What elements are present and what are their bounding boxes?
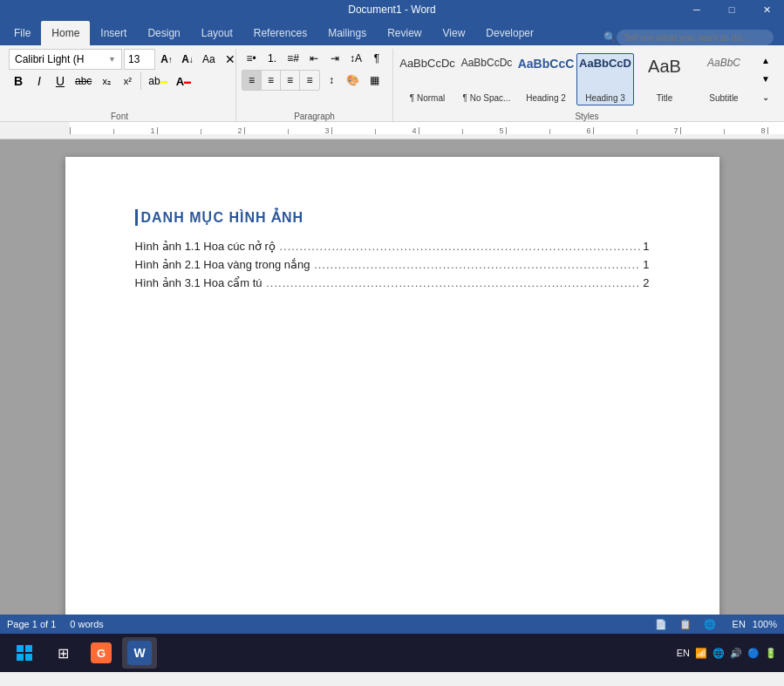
svg-rect-15 [724, 129, 725, 134]
word-icon: W [127, 641, 152, 665]
styles-group-label: Styles [399, 109, 775, 121]
decrease-font-button[interactable]: A↓ [178, 50, 197, 69]
tray-power-icon: 🔋 [765, 648, 777, 659]
taskbar-system-tray: EN 📶 🌐 🔊 🔵 🔋 [677, 648, 777, 659]
bullets-button[interactable]: ≡• [242, 49, 261, 68]
toc-entry-2-text: Hình ảnh 2.1 Hoa vàng trong nắng [135, 258, 310, 271]
paragraph-group: ≡• 1. ≡# ⇤ ⇥ ↕A ¶ ≡ ≡ ≡ ≡ ↕ 🎨 ▦ Paragra [236, 49, 393, 121]
strikethrough-button[interactable]: abc [72, 71, 95, 91]
toc-title: DANH MỤC HÌNH ẢNH [135, 209, 650, 226]
style-h3-name: Heading 3 [585, 93, 625, 103]
search-input[interactable] [617, 30, 774, 45]
svg-text:7: 7 [673, 126, 678, 135]
taskbar-task-view-button[interactable]: ⊞ [45, 637, 80, 669]
sort-button[interactable]: ↕A [346, 49, 365, 68]
tab-design[interactable]: Design [137, 21, 190, 45]
highlight-button[interactable]: ab▬ [145, 71, 170, 91]
style-title-name: Title [657, 93, 673, 103]
svg-rect-25 [17, 645, 24, 652]
svg-text:4: 4 [412, 126, 416, 135]
multilevel-button[interactable]: ≡# [283, 49, 303, 68]
justify-button[interactable]: ≡ [300, 71, 319, 90]
font-color-button[interactable]: A▬ [173, 71, 194, 91]
styles-group: AaBbCcDc ¶ Normal AaBbCcDc ¶ No Spac... … [393, 49, 781, 121]
tab-layout[interactable]: Layout [191, 21, 243, 45]
svg-rect-26 [25, 645, 32, 652]
style-title[interactable]: AaB Title [636, 53, 693, 105]
style-h2-preview: AaBbCcC [518, 57, 575, 71]
windows-icon [16, 644, 33, 662]
style-heading2[interactable]: AaBbCcC Heading 2 [517, 53, 575, 105]
styles-scroll-down[interactable]: ▼ [756, 71, 775, 87]
style-normal[interactable]: AaBbCcDc ¶ Normal [399, 53, 456, 105]
language-indicator: EN [733, 619, 746, 629]
tab-home[interactable]: Home [41, 21, 90, 45]
tab-mailings[interactable]: Mailings [317, 21, 377, 45]
task-view-icon: ⊞ [58, 645, 69, 662]
style-heading3[interactable]: AaBbCcD Heading 3 [576, 53, 634, 105]
tab-file[interactable]: File [3, 21, 41, 45]
font-size-selector[interactable]: 13 [124, 49, 155, 70]
font-name-selector[interactable]: Calibri Light (H ▼ [9, 49, 122, 70]
tab-references[interactable]: References [243, 21, 317, 45]
ruler: 1 2 3 4 5 6 7 8 [0, 122, 784, 139]
show-marks-button[interactable]: ¶ [367, 49, 386, 68]
align-center-button[interactable]: ≡ [262, 71, 281, 90]
align-right-button[interactable]: ≡ [281, 71, 300, 90]
tray-network-icon: 🌐 [712, 648, 725, 659]
underline-button[interactable]: U [51, 71, 70, 91]
increase-font-button[interactable]: A↑ [157, 50, 176, 69]
decrease-indent-button[interactable]: ⇤ [304, 49, 324, 68]
status-bar: Page 1 of 1 0 words 📄 📋 🌐 EN 100% [0, 615, 784, 634]
print-view-button[interactable]: 📋 [677, 617, 694, 631]
tab-view[interactable]: View [433, 21, 476, 45]
svg-rect-2 [157, 127, 158, 134]
line-spacing-button[interactable]: ↕ [322, 71, 341, 90]
italic-button[interactable]: I [30, 71, 49, 91]
separator1 [140, 72, 141, 90]
subscript-button[interactable]: x₂ [97, 71, 116, 91]
style-subtitle-name: Subtitle [709, 93, 738, 103]
svg-rect-27 [17, 654, 24, 661]
toc-entry-2-page: 1 [640, 258, 650, 271]
svg-rect-6 [331, 127, 332, 134]
taskbar-grammarly-button[interactable]: G [84, 637, 119, 669]
read-view-button[interactable]: 📄 [652, 617, 670, 631]
tab-review[interactable]: Review [377, 21, 432, 45]
tab-insert[interactable]: Insert [90, 21, 137, 45]
svg-rect-0 [70, 127, 71, 134]
svg-rect-12 [593, 127, 594, 134]
tab-developer[interactable]: Developer [475, 21, 544, 45]
svg-rect-5 [288, 129, 289, 134]
style-no-space[interactable]: AaBbCcDc ¶ No Spac... [458, 53, 515, 105]
close-button[interactable]: ✕ [749, 0, 784, 19]
bold-button[interactable]: B [9, 71, 28, 91]
styles-scroll-up[interactable]: ▲ [756, 53, 775, 69]
style-subtitle[interactable]: AaBbC Subtitle [695, 53, 753, 105]
web-view-button[interactable]: 🌐 [701, 617, 719, 631]
svg-text:5: 5 [499, 126, 503, 135]
maximize-button[interactable]: □ [714, 0, 749, 19]
border-button[interactable]: ▦ [365, 71, 384, 90]
taskbar: ⊞ G W EN 📶 🌐 🔊 🔵 🔋 [0, 634, 784, 672]
shading-button[interactable]: 🎨 [343, 71, 363, 90]
styles-more[interactable]: ⌄ [756, 90, 775, 105]
font-name-value: Calibri Light (H [15, 53, 84, 65]
styles-group-body: AaBbCcDc ¶ Normal AaBbCcDc ¶ No Spac... … [399, 49, 775, 109]
align-left-button[interactable]: ≡ [242, 71, 262, 90]
toc-entry-1-text: Hình ảnh 1.1 Hoa cúc nở rộ [135, 240, 276, 253]
superscript-button[interactable]: x² [118, 71, 137, 91]
zoom-level: 100% [753, 619, 777, 629]
font-size-value: 13 [128, 53, 140, 65]
numbering-button[interactable]: 1. [262, 49, 282, 68]
title-bar: Document1 - Word ─ □ ✕ [0, 0, 784, 19]
taskbar-word-button[interactable]: W [122, 637, 157, 669]
minimize-button[interactable]: ─ [679, 0, 714, 19]
taskbar-start-button[interactable] [7, 637, 42, 669]
style-normal-preview: AaBbCcDc [399, 57, 455, 70]
toc-entry-3: Hình ảnh 3.1 Hoa cẩm tú ................… [135, 276, 650, 289]
document-area: DANH MỤC HÌNH ẢNH Hình ảnh 1.1 Hoa cúc n… [0, 139, 784, 615]
svg-text:3: 3 [324, 126, 329, 135]
change-case-button[interactable]: Aa [199, 50, 219, 69]
increase-indent-button[interactable]: ⇥ [325, 49, 344, 68]
